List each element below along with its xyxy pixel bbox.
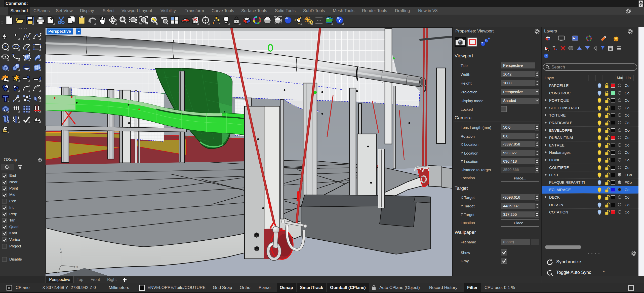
svg-text:x: x bbox=[76, 265, 78, 269]
svg-text:?: ? bbox=[338, 17, 341, 23]
svg-text:y: y bbox=[57, 269, 59, 274]
svg-text:z: z bbox=[60, 247, 62, 251]
